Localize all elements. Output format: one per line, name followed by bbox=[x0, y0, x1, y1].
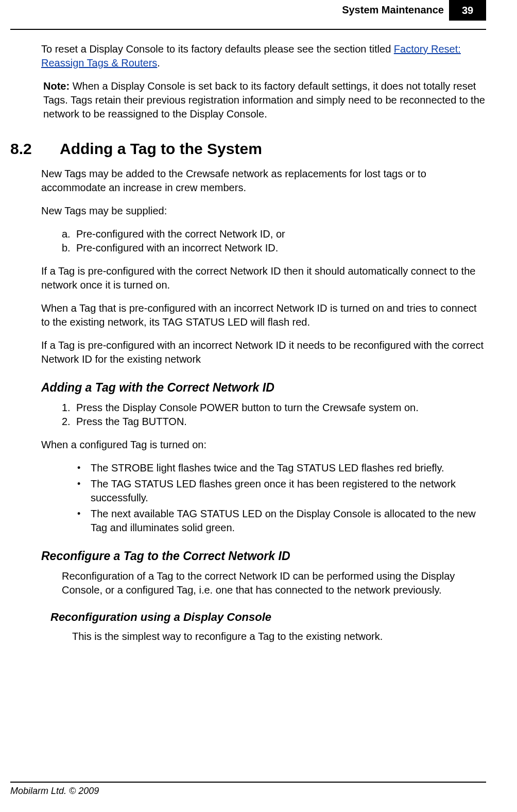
note-label: Note: bbox=[43, 80, 70, 92]
intro-text-pre: To reset a Display Console to its factor… bbox=[41, 43, 394, 55]
section-p2: New Tags may be supplied: bbox=[41, 204, 486, 218]
bullet-icon: • bbox=[77, 477, 91, 505]
list-item: • The TAG STATUS LED flashes green once … bbox=[77, 477, 486, 505]
list-marker: 2. bbox=[62, 415, 76, 429]
list-item: 1. Press the Display Console POWER butto… bbox=[62, 401, 486, 415]
list-item: • The STROBE light flashes twice and the… bbox=[77, 461, 486, 475]
list-marker: b. bbox=[62, 241, 76, 255]
section-title: Adding a Tag to the System bbox=[60, 139, 262, 160]
list-item: • The next available TAG STATUS LED on t… bbox=[77, 507, 486, 535]
subheading-reconfigure: Reconfigure a Tag to the Correct Network… bbox=[41, 548, 486, 564]
numbered-list: 1. Press the Display Console POWER butto… bbox=[41, 401, 486, 429]
list-item: a. Pre-configured with the correct Netwo… bbox=[62, 227, 486, 241]
section-p5: If a Tag is pre-configured with an incor… bbox=[41, 339, 486, 366]
list-text: Press the Tag BUTTON. bbox=[76, 415, 187, 429]
note-text: When a Display Console is set back to it… bbox=[43, 80, 485, 120]
bullet-icon: • bbox=[77, 507, 91, 535]
sub1-p1: When a configured Tag is turned on: bbox=[41, 438, 486, 452]
subheading-reconfig-console: Reconfiguration using a Display Console bbox=[50, 610, 486, 625]
list-text: Press the Display Console POWER button t… bbox=[76, 401, 419, 415]
section-p3: If a Tag is pre-configured with the corr… bbox=[41, 264, 486, 292]
list-text: Pre-configured with an incorrect Network… bbox=[76, 241, 278, 255]
page-header: System Maintenance 39 bbox=[342, 0, 486, 21]
intro-text-post: . bbox=[157, 57, 160, 69]
list-marker: 1. bbox=[62, 401, 76, 415]
letter-list: a. Pre-configured with the correct Netwo… bbox=[41, 227, 486, 255]
list-text: The TAG STATUS LED flashes green once it… bbox=[91, 477, 486, 505]
bullet-list: • The STROBE light flashes twice and the… bbox=[41, 461, 486, 535]
section-p4: When a Tag that is pre-configured with a… bbox=[41, 301, 486, 329]
list-item: 2. Press the Tag BUTTON. bbox=[62, 415, 486, 429]
list-text: The next available TAG STATUS LED on the… bbox=[91, 507, 486, 535]
section-p1: New Tags may be added to the Crewsafe ne… bbox=[41, 167, 486, 195]
sub2-p1: Reconfiguration of a Tag to the correct … bbox=[41, 569, 486, 597]
list-item: b. Pre-configured with an incorrect Netw… bbox=[62, 241, 486, 255]
page-number: 39 bbox=[449, 0, 486, 21]
section-number: 8.2 bbox=[10, 139, 60, 160]
subheading-correct-id: Adding a Tag with the Correct Network ID bbox=[41, 380, 486, 396]
page: System Maintenance 39 To reset a Display… bbox=[0, 0, 517, 812]
list-text: The STROBE light flashes twice and the T… bbox=[91, 461, 444, 475]
note-paragraph: Note: When a Display Console is set back… bbox=[41, 79, 486, 121]
intro-paragraph: To reset a Display Console to its factor… bbox=[41, 42, 486, 70]
page-footer: Mobilarm Ltd. © 2009 bbox=[10, 782, 486, 797]
bullet-icon: • bbox=[77, 461, 91, 475]
sub3-p1: This is the simplest way to reconfigure … bbox=[41, 630, 486, 644]
list-marker: a. bbox=[62, 227, 76, 241]
header-title: System Maintenance bbox=[342, 0, 449, 21]
section-heading-row: 8.2 Adding a Tag to the System bbox=[10, 139, 486, 160]
content: To reset a Display Console to its factor… bbox=[10, 30, 486, 644]
list-text: Pre-configured with the correct Network … bbox=[76, 227, 285, 241]
